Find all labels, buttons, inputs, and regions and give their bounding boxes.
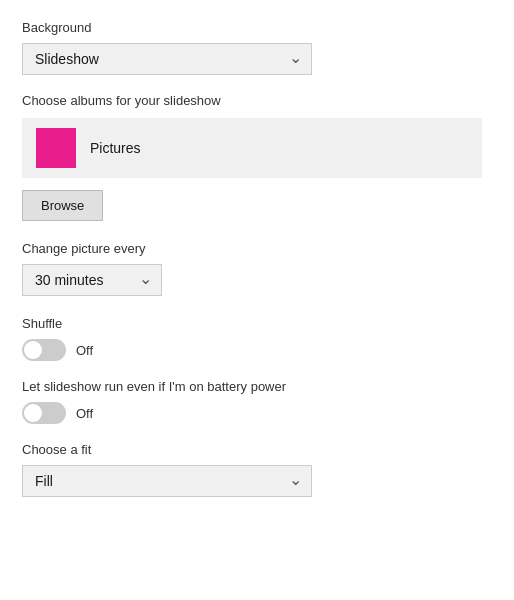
battery-toggle-knob (24, 404, 42, 422)
album-thumbnail (36, 128, 76, 168)
battery-toggle-label: Off (76, 406, 93, 421)
shuffle-toggle-knob (24, 341, 42, 359)
background-section: Background Slideshow Picture Solid color (22, 20, 492, 75)
shuffle-toggle-label: Off (76, 343, 93, 358)
albums-section: Choose albums for your slideshow Picture… (22, 93, 492, 221)
fit-section: Choose a fit Fill Fit Stretch Tile Cente… (22, 442, 492, 497)
battery-title: Let slideshow run even if I'm on battery… (22, 379, 492, 394)
background-dropdown[interactable]: Slideshow Picture Solid color (22, 43, 312, 75)
battery-toggle-row: Off (22, 402, 492, 424)
fit-label: Choose a fit (22, 442, 492, 457)
change-picture-section: Change picture every 1 minute 10 minutes… (22, 241, 492, 296)
album-item: Pictures (22, 118, 482, 178)
shuffle-section: Shuffle Off (22, 316, 492, 361)
albums-label: Choose albums for your slideshow (22, 93, 492, 108)
shuffle-toggle[interactable] (22, 339, 66, 361)
fit-dropdown[interactable]: Fill Fit Stretch Tile Center Span (22, 465, 312, 497)
shuffle-toggle-row: Off (22, 339, 492, 361)
battery-toggle[interactable] (22, 402, 66, 424)
shuffle-title: Shuffle (22, 316, 492, 331)
fit-dropdown-wrapper: Fill Fit Stretch Tile Center Span (22, 465, 312, 497)
change-picture-label: Change picture every (22, 241, 492, 256)
browse-button[interactable]: Browse (22, 190, 103, 221)
album-name: Pictures (90, 140, 141, 156)
minutes-dropdown[interactable]: 1 minute 10 minutes 30 minutes 1 hour 6 … (22, 264, 162, 296)
background-label: Background (22, 20, 492, 35)
battery-section: Let slideshow run even if I'm on battery… (22, 379, 492, 424)
background-dropdown-wrapper: Slideshow Picture Solid color (22, 43, 312, 75)
minutes-dropdown-wrapper: 1 minute 10 minutes 30 minutes 1 hour 6 … (22, 264, 162, 296)
